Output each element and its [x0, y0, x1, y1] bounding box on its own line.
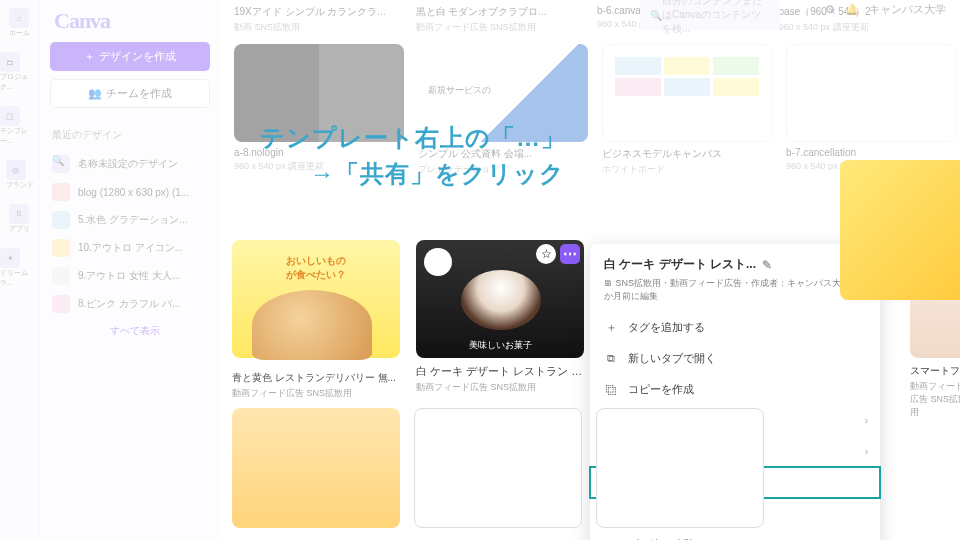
home-icon: ⌂ — [9, 8, 29, 28]
rail-item-dreamlab[interactable]: ✦ドリームラ... — [0, 248, 39, 288]
rail-item-projects[interactable]: 🗀プロジェク... — [0, 52, 39, 92]
folder-icon: 🗀 — [0, 52, 20, 72]
recent-item[interactable]: 8.ピンク カラフル バ... — [50, 290, 210, 318]
recent-item[interactable]: blog (1280 x 630 px) (1... — [50, 178, 210, 206]
create-team-button[interactable]: 👥 チームを作成 — [50, 79, 210, 108]
external-icon: ⧉ — [604, 352, 618, 365]
card-title: 青と黄色 レストランデリバリー 無... — [232, 371, 400, 385]
design-card[interactable]: 19Xアイド シンプル カランクラ...動画 SNS拡散用 — [234, 0, 402, 34]
recent-item[interactable]: 10.アウトロ アイコン... — [50, 234, 210, 262]
favorite-button[interactable]: ☆ — [536, 244, 556, 264]
copy-icon: ⿻ — [604, 384, 618, 396]
focused-design-card[interactable]: ☆ ⋯ 美味しいお菓子 白 ケーキ デザート レストラン 配達... 動画フィー… — [416, 240, 584, 394]
rail-item-home[interactable]: ⌂ホーム — [9, 8, 30, 38]
card-meta: 動画フィード広告 SNS拡散用 — [910, 380, 960, 419]
menu-make-copy[interactable]: ⿻コピーを作成 — [590, 374, 880, 405]
thumb-caption: 美味しいお菓子 — [422, 339, 578, 352]
recent-item[interactable]: 🔍名称未設定のデザイン — [50, 150, 210, 178]
design-card-sandwich[interactable]: おいしいものが食べたい？ — [232, 240, 400, 358]
search-icon: 🔍 — [52, 155, 70, 173]
chevron-right-icon: › — [865, 446, 868, 457]
star-icon: ☆ — [541, 247, 552, 261]
more-icon: ⋯ — [563, 246, 577, 262]
chevron-right-icon: › — [865, 415, 868, 426]
card-title: 白 ケーキ デザート レストラン 配達... — [416, 364, 584, 379]
rail-item-brand[interactable]: ◎ブランド — [6, 160, 34, 190]
recent-designs-heading: 最近のデザイン — [52, 128, 210, 142]
design-card[interactable] — [596, 408, 764, 528]
apps-icon: ⠿ — [9, 204, 29, 224]
rail-item-apps[interactable]: ⠿アプリ — [9, 204, 30, 234]
card-thumbnail: ☆ ⋯ 美味しいお菓子 — [416, 240, 584, 358]
card-meta: 動画フィード広告 SNS拡散用 — [232, 387, 400, 400]
header-actions: ⚙ 🔔 キャンパス大学 — [825, 2, 946, 17]
design-card-yellow[interactable] — [840, 160, 960, 300]
org-name[interactable]: キャンパス大学 — [869, 2, 946, 17]
bell-icon[interactable]: 🔔 — [845, 3, 859, 16]
design-card[interactable]: 黒と白 モダンオブクラブロ...動画フィード広告 SNS拡散用 — [416, 0, 584, 34]
design-card[interactable]: b-7.cancellation960 x 540 px 講座更新 — [786, 44, 956, 176]
rail-item-templates[interactable]: ▢テンプレー... — [0, 106, 39, 146]
brand-icon: ◎ — [6, 160, 26, 180]
menu-add-tag[interactable]: ＋タグを追加する — [590, 312, 880, 343]
template-icon: ▢ — [0, 106, 20, 126]
recent-item[interactable]: 5.水色 グラデーション... — [50, 206, 210, 234]
design-card[interactable] — [414, 408, 582, 528]
search-icon: 🔍 — [650, 10, 662, 21]
menu-subtitle: 🗎 SNS拡散用・動画フィード広告・作成者：キャンパス大学・1か月前に編集 — [604, 277, 866, 302]
edit-icon[interactable]: ✎ — [762, 258, 772, 272]
more-options-button[interactable]: ⋯ — [560, 244, 580, 264]
menu-trash[interactable]: 🗑ゴミ箱へ移動 — [590, 529, 880, 540]
card-title: スマートフォン モダン エレガン... — [910, 364, 960, 378]
recent-item[interactable]: 9.アウトロ 女性 大人... — [50, 262, 210, 290]
bottom-row — [232, 408, 764, 528]
search-input[interactable]: 🔍 自分のコンテンツまたはCanvaのコンテンツを検... — [640, 0, 780, 30]
design-card[interactable]: ビジネスモデルキャンバスホワイトボード — [602, 44, 772, 176]
menu-title: 白 ケーキ デザート レスト...✎ — [604, 256, 866, 273]
card-meta: 動画フィード広告 SNS拡散用 — [416, 381, 584, 394]
design-card[interactable] — [232, 408, 400, 528]
create-design-button[interactable]: ＋ デザインを作成 — [50, 42, 210, 71]
menu-open-new-tab[interactable]: ⧉新しいタブで開く — [590, 343, 880, 374]
team-icon: 👥 — [88, 87, 105, 99]
plus-icon: ＋ — [604, 320, 618, 335]
sidebar: Canva ＋ デザインを作成 👥 チームを作成 最近のデザイン 🔍名称未設定の… — [40, 0, 220, 540]
tutorial-annotation: テンプレート右上の「…」 →「共有」をクリック — [260, 120, 566, 192]
app-rail: ⌂ホーム 🗀プロジェク... ▢テンプレー... ◎ブランド ⠿アプリ ✦ドリー… — [0, 0, 40, 540]
show-all-link[interactable]: すべて表示 — [110, 324, 160, 338]
settings-icon[interactable]: ⚙ — [825, 3, 835, 16]
logo: Canva — [54, 8, 210, 34]
dream-icon: ✦ — [0, 248, 20, 268]
